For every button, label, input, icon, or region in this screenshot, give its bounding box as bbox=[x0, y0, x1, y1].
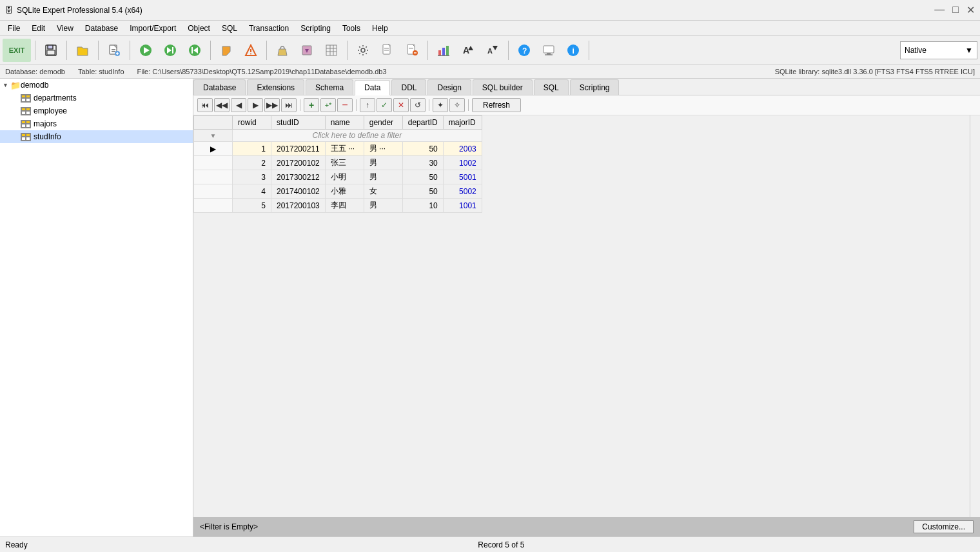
info-button[interactable]: i bbox=[562, 39, 585, 62]
cell-rowid[interactable]: 1 bbox=[233, 142, 271, 156]
tab-data[interactable]: Data bbox=[355, 80, 390, 95]
tab-extensions[interactable]: Extensions bbox=[247, 79, 304, 95]
tab-sql-builder[interactable]: SQL builder bbox=[473, 79, 533, 95]
col-header-gender[interactable]: gender bbox=[364, 116, 402, 130]
cell-gender[interactable]: 女 bbox=[364, 184, 402, 199]
col-header-name[interactable]: name bbox=[325, 116, 364, 130]
help-button[interactable]: ? bbox=[513, 39, 536, 62]
table-row[interactable]: 3 2017300212 小明 男 50 5001 bbox=[194, 170, 482, 184]
col-header-majorid[interactable]: majorID bbox=[443, 116, 482, 130]
table-row[interactable]: 2 2017200102 张三 男 30 1002 bbox=[194, 156, 482, 170]
cell-studid[interactable]: 2017400102 bbox=[271, 184, 326, 199]
customize-button[interactable]: Customize... bbox=[914, 520, 974, 533]
cell-gender[interactable]: 男 bbox=[364, 199, 402, 213]
tree-root[interactable]: ▼ 📁 demodb bbox=[0, 79, 193, 92]
font-decrease-button[interactable]: A bbox=[481, 39, 504, 62]
shape2-button[interactable] bbox=[239, 39, 262, 62]
add-record-button[interactable]: + bbox=[304, 98, 319, 112]
doc1-button[interactable] bbox=[376, 39, 399, 62]
menu-edit[interactable]: Edit bbox=[26, 23, 50, 34]
menu-help[interactable]: Help bbox=[367, 23, 393, 34]
cell-rowid[interactable]: 2 bbox=[233, 156, 271, 170]
minimize-button[interactable]: — bbox=[934, 4, 945, 16]
sidebar-item-departments[interactable]: departments bbox=[0, 92, 193, 104]
next-page-button[interactable]: ▶▶ bbox=[264, 98, 280, 112]
rewind-button[interactable] bbox=[183, 39, 206, 62]
cell-majorid[interactable]: 5002 bbox=[443, 184, 482, 199]
first-record-button[interactable]: ⏮ bbox=[197, 98, 213, 112]
cell-name[interactable]: 小明 bbox=[325, 170, 364, 184]
data-table-container[interactable]: rowid studID name gender departID majorI… bbox=[193, 115, 970, 517]
skip-forward-button[interactable] bbox=[159, 39, 182, 62]
menu-scripting[interactable]: Scripting bbox=[295, 23, 336, 34]
cell-majorid[interactable]: 1001 bbox=[443, 199, 482, 213]
tab-schema[interactable]: Schema bbox=[306, 79, 353, 95]
tab-ddl[interactable]: DDL bbox=[391, 79, 426, 95]
menu-object[interactable]: Object bbox=[182, 23, 215, 34]
cell-name[interactable]: 王五 ··· bbox=[325, 142, 364, 156]
tab-database[interactable]: Database bbox=[193, 79, 246, 95]
cell-majorid[interactable]: 5001 bbox=[443, 170, 482, 184]
cell-studid[interactable]: 2017300212 bbox=[271, 170, 326, 184]
tab-sql[interactable]: SQL bbox=[534, 79, 569, 95]
cell-rowid[interactable]: 4 bbox=[233, 184, 271, 199]
cell-rowid[interactable]: 5 bbox=[233, 199, 271, 213]
export-button[interactable] bbox=[271, 39, 294, 62]
menu-import-export[interactable]: Import/Export bbox=[124, 23, 181, 34]
unmark-button[interactable]: ✧ bbox=[449, 98, 465, 112]
menu-tools[interactable]: Tools bbox=[337, 23, 366, 34]
monitor-button[interactable] bbox=[537, 39, 560, 62]
refresh-button[interactable]: Refresh bbox=[472, 98, 521, 112]
cell-studid[interactable]: 2017200102 bbox=[271, 156, 326, 170]
last-record-button[interactable]: ⏭ bbox=[281, 98, 297, 112]
import-button[interactable] bbox=[295, 39, 318, 62]
menu-database[interactable]: Database bbox=[80, 23, 123, 34]
filter-row[interactable]: ▼ Click here to define a filter bbox=[194, 130, 482, 142]
new-button[interactable] bbox=[103, 39, 126, 62]
sidebar-item-employee[interactable]: employee bbox=[0, 104, 193, 117]
cell-majorid[interactable]: 2003 bbox=[443, 142, 482, 156]
prev-page-button[interactable]: ◀◀ bbox=[214, 98, 230, 112]
menu-transaction[interactable]: Transaction bbox=[244, 23, 294, 34]
next-record-button[interactable]: ▶ bbox=[248, 98, 263, 112]
cell-studid[interactable]: 2017200103 bbox=[271, 199, 326, 213]
tab-scripting[interactable]: Scripting bbox=[570, 79, 620, 95]
sidebar-item-majors[interactable]: majors bbox=[0, 117, 193, 130]
confirm-button[interactable]: ✓ bbox=[377, 98, 392, 112]
open-button[interactable] bbox=[71, 39, 94, 62]
cell-rowid[interactable]: 3 bbox=[233, 170, 271, 184]
cancel-edit-button[interactable]: ✕ bbox=[393, 98, 409, 112]
menu-view[interactable]: View bbox=[52, 23, 79, 34]
table-row[interactable]: ▶ 1 2017200211 王五 ··· 男 ··· 50 2003 bbox=[194, 142, 482, 156]
prev-record-button[interactable]: ◀ bbox=[231, 98, 246, 112]
delete-record-button[interactable]: − bbox=[337, 98, 353, 112]
cell-majorid[interactable]: 1002 bbox=[443, 156, 482, 170]
cell-name[interactable]: 张三 bbox=[325, 156, 364, 170]
cell-departid[interactable]: 50 bbox=[402, 170, 443, 184]
table-row[interactable]: 4 2017400102 小雅 女 50 5002 bbox=[194, 184, 482, 199]
doc2-button[interactable] bbox=[400, 39, 424, 62]
filter-placeholder[interactable]: Click here to define a filter bbox=[233, 130, 482, 142]
table-row[interactable]: 5 2017200103 李四 男 10 1001 bbox=[194, 199, 482, 213]
chart-button[interactable] bbox=[432, 39, 455, 62]
col-header-rowid[interactable]: rowid bbox=[233, 116, 271, 130]
settings-button[interactable] bbox=[351, 39, 375, 62]
move-up-button[interactable]: ↑ bbox=[360, 98, 375, 112]
cell-departid[interactable]: 50 bbox=[402, 184, 443, 199]
font-increase-button[interactable]: A bbox=[456, 39, 480, 62]
maximize-button[interactable]: □ bbox=[952, 4, 959, 16]
native-dropdown[interactable]: Native ▼ bbox=[900, 41, 977, 59]
col-header-departid[interactable]: departID bbox=[402, 116, 443, 130]
mark-button[interactable]: ✦ bbox=[433, 98, 448, 112]
cell-departid[interactable]: 30 bbox=[402, 156, 443, 170]
shape-button[interactable] bbox=[215, 39, 238, 62]
cell-gender[interactable]: 男 bbox=[364, 156, 402, 170]
save-button[interactable] bbox=[39, 39, 63, 62]
menu-file[interactable]: File bbox=[3, 23, 25, 34]
sidebar-item-studinfo[interactable]: studInfo bbox=[0, 130, 193, 143]
menu-sql[interactable]: SQL bbox=[217, 23, 242, 34]
cell-gender[interactable]: 男 bbox=[364, 170, 402, 184]
add-copy-button[interactable]: +* bbox=[320, 98, 336, 112]
vertical-scrollbar[interactable] bbox=[970, 115, 980, 517]
cell-name[interactable]: 小雅 bbox=[325, 184, 364, 199]
